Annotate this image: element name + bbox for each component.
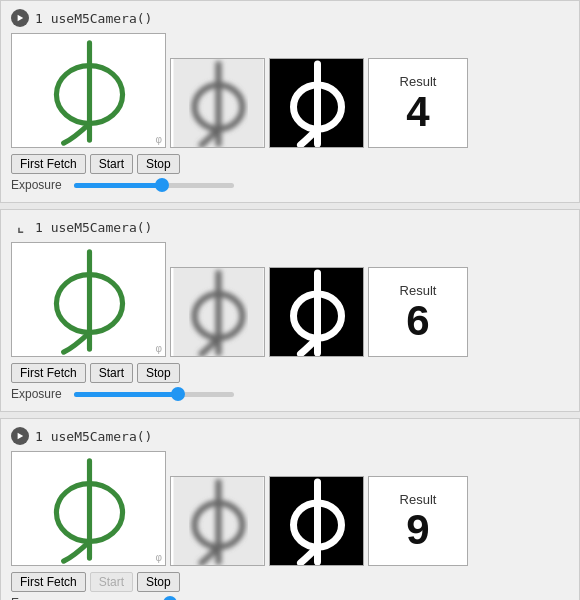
slider-thumb-1[interactable] <box>155 178 169 192</box>
exposure-label-2: Exposure <box>11 387 66 401</box>
images-row-1: φ R <box>11 33 569 148</box>
result-box-3: Result 9 <box>368 476 468 566</box>
images-row-3: φ R <box>11 451 569 566</box>
block-1: 1 useM5Camera() φ <box>0 0 580 203</box>
result-box-1: Result 4 <box>368 58 468 148</box>
exposure-row-2: Exposure <box>11 387 569 401</box>
slider-fill-1 <box>74 183 162 188</box>
first-fetch-button-1[interactable]: First Fetch <box>11 154 86 174</box>
exposure-slider-1[interactable] <box>74 183 234 188</box>
exposure-label-3: Exposure <box>11 596 66 600</box>
stop-button-3[interactable]: Stop <box>137 572 180 592</box>
stop-button-1[interactable]: Stop <box>137 154 180 174</box>
block-header-2: ⌞ 1 useM5Camera() <box>11 218 569 236</box>
play-icon[interactable] <box>11 9 29 27</box>
camera-image-3: φ <box>11 451 166 566</box>
code-label-1: 1 useM5Camera() <box>35 11 152 26</box>
images-row-2: φ R <box>11 242 569 357</box>
exposure-row-1: Exposure <box>11 178 569 192</box>
blurry-image-1 <box>170 58 265 148</box>
block-2: ⌞ 1 useM5Camera() φ <box>0 209 580 412</box>
block-header-3: 1 useM5Camera() <box>11 427 569 445</box>
start-button-2[interactable]: Start <box>90 363 133 383</box>
blurry-image-3 <box>170 476 265 566</box>
result-number-2: 6 <box>406 300 429 342</box>
controls-row-1: First Fetch Start Stop <box>11 154 569 174</box>
exposure-slider-2[interactable] <box>74 392 234 397</box>
start-button-1[interactable]: Start <box>90 154 133 174</box>
code-label-3: 1 useM5Camera() <box>35 429 152 444</box>
controls-row-3: First Fetch Start Stop <box>11 572 569 592</box>
first-fetch-button-2[interactable]: First Fetch <box>11 363 86 383</box>
stop-button-2[interactable]: Stop <box>137 363 180 383</box>
start-button-3: Start <box>90 572 133 592</box>
play-icon[interactable] <box>11 427 29 445</box>
blurry-image-2 <box>170 267 265 357</box>
camera-image-1: φ <box>11 33 166 148</box>
result-number-3: 9 <box>406 509 429 551</box>
exposure-label-1: Exposure <box>11 178 66 192</box>
controls-row-2: First Fetch Start Stop <box>11 363 569 383</box>
phi-label-3: φ <box>156 552 162 563</box>
first-fetch-button-3[interactable]: First Fetch <box>11 572 86 592</box>
svg-marker-19 <box>18 433 24 439</box>
slider-thumb-3[interactable] <box>163 596 177 600</box>
result-label-3: Result <box>400 492 437 507</box>
exposure-row-3: Exposure <box>11 596 569 600</box>
phi-label-1: φ <box>156 134 162 145</box>
phi-label-2: φ <box>156 343 162 354</box>
corner-icon: ⌞ <box>11 218 29 236</box>
block-header-1: 1 useM5Camera() <box>11 9 569 27</box>
dark-image-3 <box>269 476 364 566</box>
block-3: 1 useM5Camera() φ <box>0 418 580 600</box>
dark-image-1 <box>269 58 364 148</box>
camera-image-2: φ <box>11 242 166 357</box>
result-label-2: Result <box>400 283 437 298</box>
dark-image-2 <box>269 267 364 357</box>
result-label-1: Result <box>400 74 437 89</box>
code-label-2: 1 useM5Camera() <box>35 220 152 235</box>
result-number-1: 4 <box>406 91 429 133</box>
slider-thumb-2[interactable] <box>171 387 185 401</box>
slider-fill-2 <box>74 392 178 397</box>
result-box-2: Result 6 <box>368 267 468 357</box>
svg-marker-0 <box>18 15 24 21</box>
